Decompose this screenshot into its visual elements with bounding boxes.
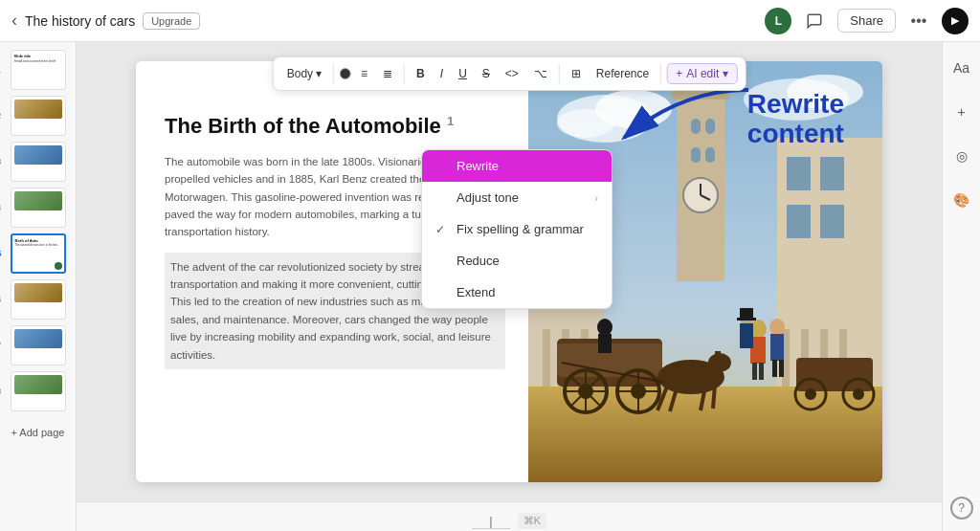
add-icon: + [957,104,965,120]
rewrite-label-text: Rewrite [457,159,499,173]
slide-num-3: 3 [0,157,2,166]
ai-edit-label: AI edit [686,67,719,80]
slide-thumb-7[interactable] [11,325,66,365]
main-layout: 1 Slide title Small text content here br… [0,42,980,531]
font-size-button[interactable]: Aa [947,54,976,82]
content-area: Body ▾ ≡ ≣ B I U S <> [77,42,942,531]
numbered-list-button[interactable]: ≣ [377,64,398,83]
adjust-tone-arrow-icon: › [594,192,598,204]
slide-thumb-1[interactable]: Slide title Small text content here brie… [11,50,66,90]
ai-edit-arrow-icon: ▾ [723,67,728,80]
comment-button[interactable] [799,6,830,36]
svg-point-69 [805,388,816,400]
svg-rect-47 [715,351,721,365]
font-icon: Aa [953,60,969,76]
slide-num-4: 4 [0,203,2,212]
right-panel: Aa + ◎ 🎨 ? [942,42,980,531]
dropdown-item-reduce[interactable]: Reduce [422,245,612,277]
italic-button[interactable]: I [434,64,449,83]
slide-num-1: 1 [0,65,2,75]
link-button[interactable]: ⌥ [528,64,553,83]
slide-num-7: 7 [0,341,2,350]
palette-icon: 🎨 [953,192,969,208]
link-icon: ⌥ [534,67,547,80]
svg-rect-24 [787,157,811,190]
svg-rect-64 [740,323,753,348]
fix-spelling-label: Fix spelling & grammar [457,222,584,236]
svg-rect-62 [779,360,784,377]
topbar: ‹ The history of cars Upgrade L Share ••… [0,0,980,42]
svg-point-53 [597,319,612,336]
target-icon: ◎ [956,148,968,164]
embed-icon: ⊞ [571,67,581,80]
avatar: L [765,8,791,34]
svg-rect-32 [528,387,882,482]
document-title: The history of cars [25,13,135,29]
slide-thumb-8[interactable] [11,371,66,411]
bold-button[interactable]: B [411,64,431,83]
more-options-button[interactable]: ••• [903,6,934,36]
slide-thumb-3[interactable] [11,142,66,182]
code-button[interactable]: <> [500,64,524,83]
bullet-icon: ≡ [361,67,368,80]
svg-rect-67 [796,358,873,391]
help-button[interactable]: ? [950,497,973,520]
ai-edit-plus-icon: + [676,67,682,80]
svg-rect-11 [705,147,715,163]
svg-rect-57 [752,363,757,380]
strikethrough-button[interactable]: S [477,64,496,83]
svg-rect-60 [770,334,784,361]
dropdown-item-extend[interactable]: Extend [422,277,612,308]
toolbar-divider-3 [559,64,560,83]
slides-sidebar: 1 Slide title Small text content here br… [0,42,77,531]
dropdown-item-rewrite[interactable]: Rewrite [422,150,612,182]
svg-point-3 [557,109,614,138]
target-button[interactable]: ◎ [947,142,976,170]
dropdown-item-adjust-tone[interactable]: Adjust tone › [422,182,612,213]
back-button[interactable]: ‹ [11,11,17,31]
editor-toolbar: Body ▾ ≡ ≣ B I U S <> [273,56,746,91]
ai-edit-dropdown: Rewrite Adjust tone › ✓ Fix spelling & g… [421,149,612,309]
numbered-icon: ≣ [383,67,392,80]
command-input[interactable] [472,514,510,529]
svg-rect-61 [772,360,777,377]
upgrade-button[interactable]: Upgrade [143,12,200,30]
back-icon: ‹ [11,11,17,31]
body-style-dropdown[interactable]: Body ▾ [281,64,327,83]
dropdown-item-fix-spelling[interactable]: ✓ Fix spelling & grammar [422,213,612,245]
slide-num-5: 5 [0,249,2,258]
palette-button[interactable]: 🎨 [947,186,976,214]
text-color-button[interactable] [340,68,351,79]
slide-thumb-5[interactable]: Birth of Auto The automobile was born in… [11,233,66,274]
slide-thumb-2[interactable] [11,96,66,136]
slide-num-8: 8 [0,387,2,396]
svg-rect-10 [691,147,701,163]
extend-label: Extend [457,285,495,299]
slide-title: The Birth of the Automobile 1 [165,114,505,140]
svg-rect-54 [598,334,612,353]
ai-edit-button[interactable]: + AI edit ▾ [667,63,737,84]
adjust-tone-label: Adjust tone [457,190,519,205]
add-page-button[interactable]: + Add page [4,421,73,444]
svg-line-51 [713,385,715,409]
play-button[interactable]: ▶ [942,8,969,34]
reference-button[interactable]: Reference [590,64,655,83]
share-button[interactable]: Share [837,9,896,33]
svg-point-5 [787,75,863,109]
slide-num-2: 2 [0,111,2,121]
footnote-ref: 1 [447,114,454,128]
code-icon: <> [505,67,519,80]
bullet-list-button[interactable]: ≡ [355,64,373,83]
toolbar-divider-4 [660,64,661,83]
underline-button[interactable]: U [453,64,473,83]
command-shortcut: ⌘K [518,513,546,529]
svg-rect-9 [705,119,715,134]
svg-rect-26 [787,205,811,238]
svg-rect-66 [737,318,756,321]
play-icon: ▶ [951,14,959,27]
slide-thumb-6[interactable] [11,279,66,320]
add-element-button[interactable]: + [947,98,976,126]
slide-thumb-4[interactable] [11,188,66,228]
bottom-bar: ⌘K [77,501,942,531]
embed-button[interactable]: ⊞ [566,64,587,83]
